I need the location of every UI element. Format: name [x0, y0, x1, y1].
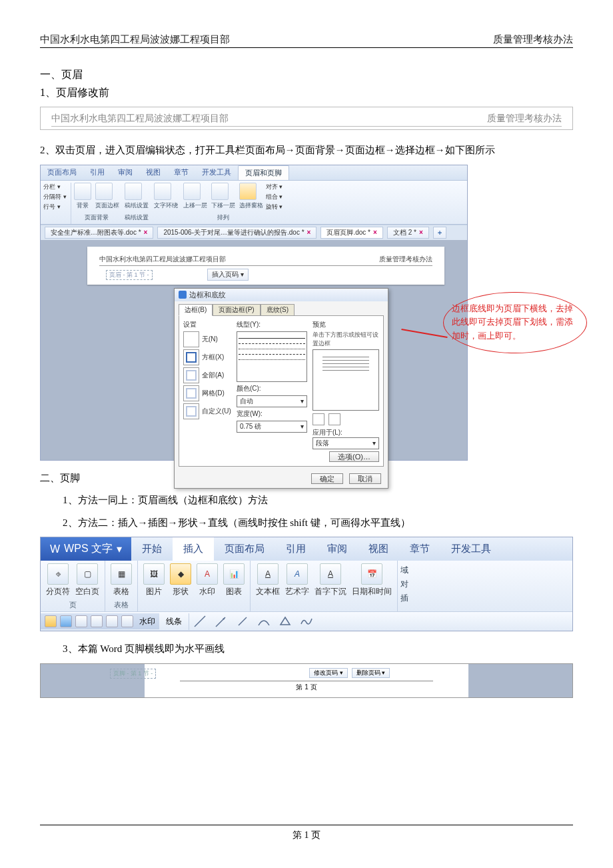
tab-view[interactable]: 视图	[139, 165, 167, 180]
blank-page-button[interactable]: ▢空白页	[75, 563, 99, 597]
tab-section[interactable]: 章节	[167, 165, 195, 180]
redo-icon[interactable]	[121, 615, 133, 627]
header-sample-before: 中国水利水电第四工程局波波娜工程项目部 质量管理考核办法	[40, 107, 573, 130]
tab-page-layout[interactable]: 页面布局	[41, 165, 83, 180]
wps2-main-tabs: 开始 插入 页面布局 引用 审阅 视图 章节 开发工具	[131, 537, 572, 561]
new-tab-button[interactable]: ＋	[433, 227, 446, 239]
preview-box[interactable]	[312, 349, 379, 411]
tab-dev[interactable]: 开发工具	[195, 165, 238, 180]
edge-btn-left[interactable]	[312, 413, 324, 425]
opt-grid[interactable]: 网格(D)	[183, 385, 231, 401]
doc-tab-4[interactable]: 文档 2 *×	[387, 227, 429, 239]
tab-reference[interactable]: 引用	[275, 537, 316, 561]
tab-reference[interactable]: 引用	[83, 165, 111, 180]
bg-icon[interactable]	[74, 183, 91, 200]
edit-page-number-button[interactable]: 修改页码 ▾	[309, 668, 348, 678]
table-button[interactable]: ▦表格	[111, 563, 132, 597]
linetype-list[interactable]	[237, 331, 307, 382]
page-break-button[interactable]: ⎆分页符	[46, 563, 70, 597]
close-icon[interactable]: ×	[307, 229, 311, 236]
tab-page-layout[interactable]: 页面布局	[214, 537, 275, 561]
opt-linenum[interactable]: 行号 ▾	[43, 203, 67, 211]
wordart-icon: A	[295, 569, 300, 579]
bring-fwd-icon[interactable]	[183, 183, 201, 200]
side-opt-2[interactable]: 对	[400, 579, 408, 590]
undo-icon[interactable]	[106, 615, 118, 627]
opt-columns[interactable]: 分栏 ▾	[43, 183, 67, 191]
close-icon[interactable]: ×	[373, 229, 377, 236]
tab-header-footer[interactable]: 页眉和页脚	[238, 165, 289, 180]
datetime-button[interactable]: 📅日期和时间	[352, 563, 392, 597]
document-page: 中国水利水电第四工程局波波娜工程项目部 质量管理考核办法 一、页眉 1、页眉修改…	[0, 0, 613, 868]
cancel-button[interactable]: 取消	[349, 473, 381, 484]
line-shape[interactable]	[193, 614, 207, 629]
wordart-button[interactable]: A艺术字	[285, 563, 309, 597]
ok-button[interactable]: 确定	[311, 473, 343, 484]
doc-tab-1[interactable]: 安全生产标准…附图表等.doc *×	[45, 227, 153, 239]
dlg-tab-page-border[interactable]: 页面边框(P)	[213, 304, 260, 316]
width-combo[interactable]: 0.75 磅▾	[237, 421, 307, 433]
doc-tab-2[interactable]: 2015-006-关于对尾…量等进行确认的报告.doc *×	[157, 227, 316, 239]
color-combo[interactable]: 自动▾	[237, 395, 307, 407]
picture-button[interactable]: 🖼图片	[143, 563, 165, 597]
edge-btn-right[interactable]	[328, 413, 340, 425]
preview-label: 预览	[312, 320, 379, 329]
opt-rotate[interactable]: 旋转 ▾	[266, 203, 283, 211]
opt-all[interactable]: 全部(A)	[183, 367, 231, 383]
opt-break[interactable]: 分隔符 ▾	[43, 193, 67, 201]
textbox-button[interactable]: A文本框	[256, 563, 280, 597]
shapes-button[interactable]: ◆形状	[170, 563, 191, 597]
send-back-icon[interactable]	[211, 183, 229, 200]
dlg-tab-shading[interactable]: 底纹(S)	[261, 304, 295, 316]
watermark-icon: A	[205, 569, 210, 579]
double-arrow-shape[interactable]	[235, 614, 250, 629]
curve-shape[interactable]	[257, 614, 271, 629]
print-icon[interactable]	[75, 615, 87, 627]
tab-insert[interactable]: 插入	[173, 537, 214, 561]
calendar-icon: 📅	[367, 569, 377, 579]
opt-none[interactable]: 无(N)	[183, 331, 231, 347]
dropcap-button[interactable]: A首字下沉	[314, 563, 346, 597]
sample-left: 中国水利水电第四工程局波波娜工程项目部	[51, 113, 229, 125]
delete-page-number-button[interactable]: 删除页码 ▾	[352, 668, 390, 678]
opt-box[interactable]: 方框(X)	[183, 349, 231, 365]
select-pane-icon[interactable]	[239, 183, 257, 200]
tab-review[interactable]: 审阅	[316, 537, 358, 561]
apply-label: 应用于(L):	[312, 428, 379, 437]
section-1-item2: 2、双击页眉，进入页眉编辑状态，打开工具栏页面布局→页面背景→页面边框→选择边框…	[40, 142, 573, 159]
section-2-method1: 1、方法一同上：页眉画线（边框和底纹）方法	[40, 492, 573, 509]
side-opt-3[interactable]: 插	[400, 593, 408, 604]
group-label-page: 页	[69, 600, 77, 610]
scribble-shape[interactable]	[299, 614, 314, 629]
apply-combo[interactable]: 段落▾	[312, 437, 379, 449]
opt-align[interactable]: 对齐 ▾	[266, 183, 283, 191]
side-opt-1[interactable]: 域	[400, 565, 408, 576]
open-icon[interactable]	[45, 615, 57, 627]
options-button[interactable]: 选项(O)…	[329, 451, 379, 462]
page-border-icon[interactable]	[95, 183, 113, 200]
tab-view[interactable]: 视图	[358, 537, 399, 561]
wrap-icon[interactable]	[154, 183, 171, 200]
save-icon[interactable]	[60, 615, 72, 627]
paper-setting-icon[interactable]	[125, 183, 142, 200]
chart-button[interactable]: 📊图表	[223, 563, 245, 597]
doc-tab-3[interactable]: 页眉页脚.doc *×	[320, 227, 382, 239]
insert-page-number-button[interactable]: 插入页码 ▾	[207, 269, 249, 281]
close-icon[interactable]: ×	[419, 229, 423, 236]
freeform-shape[interactable]	[278, 614, 293, 629]
wps2-ribbon: ⎆分页符 ▢空白页 页 ▦表格 表格 🖼图片 ◆形状 A水印 📊图表	[41, 561, 572, 611]
watermark-button[interactable]: A水印	[197, 563, 218, 597]
dlg-tab-border[interactable]: 边框(B)	[179, 304, 213, 316]
tab-review[interactable]: 审阅	[111, 165, 139, 180]
close-icon[interactable]: ×	[144, 229, 148, 236]
ribbon-right-menu: 对齐 ▾ 组合 ▾ 旋转 ▾	[266, 183, 287, 224]
wps-app-button[interactable]: W WPS 文字 ▾	[41, 537, 131, 561]
tab-dev[interactable]: 开发工具	[440, 537, 502, 561]
tab-section[interactable]: 章节	[399, 537, 440, 561]
width-label: 宽度(W):	[237, 409, 307, 419]
opt-group[interactable]: 组合 ▾	[266, 193, 283, 201]
preview-icon[interactable]	[91, 615, 103, 627]
opt-custom[interactable]: 自定义(U)	[183, 403, 231, 419]
arrow-shape[interactable]	[214, 614, 229, 629]
tab-home[interactable]: 开始	[131, 537, 173, 561]
